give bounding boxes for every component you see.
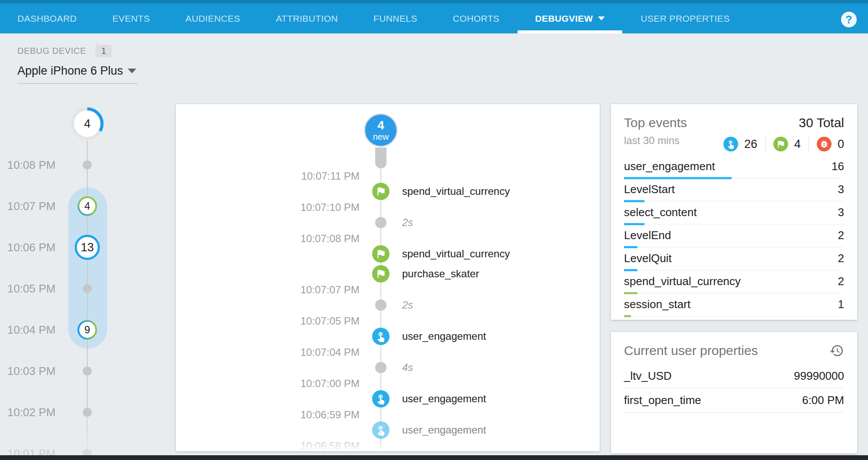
top-event-track: [624, 224, 844, 224]
gap-duration: 2s: [402, 299, 600, 311]
top-nav: DASHBOARDEVENTSAUDIENCESATTRIBUTIONFUNNE…: [0, 0, 868, 33]
top-event-count: 3: [838, 206, 844, 219]
top-event-row[interactable]: LevelEnd 2: [624, 228, 844, 251]
top-event-row[interactable]: LevelQuit 2: [624, 251, 844, 274]
top-event-track: [624, 247, 844, 247]
stream-event-name: user_engagement: [402, 393, 600, 405]
flag-icon: [372, 245, 389, 263]
top-event-row[interactable]: select_content 3: [624, 205, 844, 228]
stream-event-row[interactable]: purchase_skater: [176, 264, 600, 284]
stream-gap-row: 2s: [176, 295, 600, 315]
top-events-list: user_engagement 16 LevelStart 3 select_c…: [624, 159, 844, 320]
top-event-track: [624, 270, 844, 270]
device-select-dropdown[interactable]: Apple iPhone 6 Plus: [17, 64, 138, 84]
user-property-value: 6:00 PM: [802, 394, 844, 407]
top-event-row[interactable]: session_start 1: [624, 297, 844, 320]
timeline-current-minute-bubble[interactable]: 4: [70, 106, 105, 141]
top-events-title: Top events: [624, 115, 687, 130]
stream-timestamp: 10:07:05 PM: [176, 315, 600, 326]
nav-tab-cohorts[interactable]: COHORTS: [436, 3, 517, 33]
top-event-count: 3: [838, 183, 844, 196]
flag-icon: [776, 139, 785, 149]
top-event-count: 2: [838, 252, 844, 265]
chevron-down-icon: [128, 69, 136, 73]
top-event-count: 1: [838, 298, 844, 311]
new-events-badge[interactable]: 4 new: [364, 113, 398, 147]
debug-device-count-badge: 1: [96, 45, 112, 57]
stream-entries: 10:07:11 PM spend_virtual_currency10:07:…: [176, 170, 600, 451]
stream-event-row[interactable]: user_engagement: [176, 389, 600, 409]
top-event-track: [624, 316, 844, 316]
summary-count: 4: [794, 138, 801, 151]
minute-dot[interactable]: [83, 408, 92, 417]
tap-icon: [372, 328, 389, 345]
chevron-down-icon: [598, 16, 605, 20]
stream-event-row[interactable]: user_engagement: [176, 326, 600, 346]
user-property-row[interactable]: first_open_time 6:00 PM: [624, 388, 844, 413]
restore-icon: [829, 343, 844, 358]
flag-icon: [375, 248, 386, 260]
user-property-value: 99990000: [794, 369, 844, 383]
gap-dot-icon: [375, 217, 386, 228]
nav-tab-dashboard[interactable]: DASHBOARD: [0, 3, 94, 33]
top-event-bar: [624, 200, 644, 202]
top-event-row[interactable]: spend_virtual_currency 2: [624, 274, 844, 297]
top-event-bar: [624, 315, 631, 317]
minute-count: 4: [77, 196, 98, 217]
minute-time-label: 10:04 PM: [0, 323, 56, 337]
top-event-name: session_start: [624, 298, 690, 311]
minute-count: 13: [74, 234, 100, 260]
top-event-bar: [624, 269, 637, 271]
minute-time-label: 10:03 PM: [0, 365, 56, 378]
minute-count-circle[interactable]: 9: [77, 319, 98, 340]
flag-icon: [375, 268, 386, 279]
user-properties-card: Current user properties _ltv_USD 9999000…: [611, 332, 857, 453]
history-icon[interactable]: [829, 343, 844, 358]
nav-tab-debugview[interactable]: DEBUGVIEW: [518, 3, 622, 33]
minute-count-circle[interactable]: 13: [74, 234, 100, 260]
tap-icon: [372, 390, 389, 407]
top-event-name: LevelQuit: [624, 252, 672, 265]
summary-divider: [765, 136, 766, 152]
minute-dot[interactable]: [83, 161, 92, 170]
minute-time-label: 10:02 PM: [0, 406, 56, 419]
summary-item: 26: [723, 137, 757, 151]
nav-tab-attribution[interactable]: ATTRIBUTION: [258, 3, 355, 33]
minute-time-label: 10:06 PM: [0, 241, 56, 254]
top-event-row[interactable]: LevelStart 3: [624, 182, 844, 205]
stream-timestamp: 10:07:04 PM: [176, 346, 600, 358]
tap-icon: [375, 331, 386, 342]
top-event-name: LevelEnd: [624, 229, 671, 242]
stream-event-row[interactable]: user_engagement: [176, 420, 600, 440]
top-event-bar: [624, 246, 637, 248]
top-event-track: [624, 293, 844, 293]
stream-event-name: purchase_skater: [402, 268, 600, 280]
bug-icon: [817, 137, 832, 151]
stream-gap-row: 2s: [176, 213, 600, 233]
stream-timestamp: 10:07:11 PM: [176, 170, 600, 181]
stream-event-row[interactable]: spend_virtual_currency: [176, 244, 600, 264]
stream-timestamp: 10:07:07 PM: [176, 284, 600, 295]
top-event-name: select_content: [624, 206, 697, 219]
nav-tab-audiences[interactable]: AUDIENCES: [168, 3, 257, 33]
nav-tabs: DASHBOARDEVENTSAUDIENCESATTRIBUTIONFUNNE…: [0, 3, 747, 33]
stream-timestamp: 10:07:08 PM: [176, 233, 600, 244]
device-select-value: Apple iPhone 6 Plus: [17, 64, 123, 77]
minute-dot[interactable]: [83, 284, 92, 293]
minute-count-circle[interactable]: 4: [77, 196, 98, 217]
stream-event-name: spend_virtual_currency: [402, 248, 600, 260]
top-event-row[interactable]: user_engagement 16: [624, 159, 844, 182]
minute-count: 9: [77, 319, 98, 340]
top-event-count: 2: [838, 229, 844, 242]
minute-dot[interactable]: [83, 367, 92, 376]
stream-event-row[interactable]: spend_virtual_currency: [176, 181, 600, 201]
gap-dot-icon: [375, 362, 386, 373]
event-type-summary: 26 4 0: [723, 136, 844, 152]
window-top-edge: [0, 0, 868, 3]
user-property-row[interactable]: _ltv_USD 99990000: [624, 364, 844, 388]
new-events-label: new: [373, 132, 389, 141]
help-icon[interactable]: ?: [841, 12, 857, 27]
nav-tab-funnels[interactable]: FUNNELS: [356, 3, 435, 33]
nav-tab-user-properties[interactable]: USER PROPERTIES: [623, 3, 747, 33]
nav-tab-events[interactable]: EVENTS: [95, 3, 167, 33]
